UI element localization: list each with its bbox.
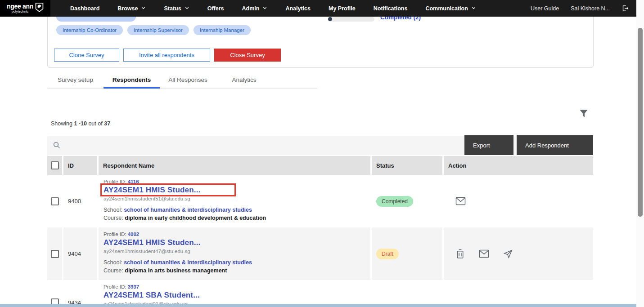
nav-item-dashboard[interactable]: Dashboard (61, 0, 108, 17)
legend-bar (328, 17, 374, 22)
table-row: 9400Profile ID: 4116AY24SEM1 HMIS Studen… (47, 175, 593, 227)
profile-id-label: Profile ID: (104, 179, 128, 184)
course-line: Course: diploma in early childhood devel… (104, 214, 365, 222)
logo-line1: ngee ann (7, 3, 33, 9)
nav-menu: DashboardBrowseStatusOffersAdminAnalytic… (61, 0, 485, 17)
profile-id-label: Profile ID: (104, 231, 128, 237)
respondent-name-link[interactable]: AY24SEM1 HMIS Studen... (104, 185, 365, 196)
header-respondent-name: Respondent Name (99, 156, 372, 175)
nav-item-communication[interactable]: Communication (416, 0, 485, 17)
chevron-down-icon (141, 5, 146, 12)
scrollbar-thumb[interactable] (638, 28, 643, 217)
tab-all-responses[interactable]: All Responses (160, 72, 216, 88)
row-checkbox-cell (47, 280, 63, 307)
invite-all-respondents-button[interactable]: Invite all respondents (123, 49, 210, 62)
profile-id-value[interactable]: 4116 (128, 179, 139, 184)
logout-icon[interactable] (621, 4, 629, 12)
profile-id-label: Profile ID: (104, 284, 128, 289)
chevron-down-icon (471, 5, 476, 12)
search-icon (53, 141, 61, 151)
nav-item-label: Dashboard (70, 5, 99, 12)
row-checkbox[interactable] (51, 197, 59, 205)
role-chip[interactable]: Internship Co-Ordinator (56, 25, 123, 35)
status-cell: Draft (372, 227, 444, 280)
nav-item-my-profile[interactable]: My Profile (320, 0, 365, 17)
top-nav: ngee ann polytechnic DashboardBrowseStat… (0, 0, 636, 17)
clone-survey-button[interactable]: Clone Survey (54, 49, 119, 62)
school-label: School: (104, 259, 124, 266)
export-button[interactable]: Export (464, 135, 513, 155)
action-cell (444, 175, 593, 227)
school-line: School: school of humanities & interdisc… (104, 258, 365, 267)
ngee-ann-logo[interactable]: ngee ann polytechnic (0, 0, 50, 17)
profile-id-line: Profile ID: 4116 (104, 178, 365, 185)
row-checkbox-cell (47, 227, 63, 280)
add-respondent-button[interactable]: Add Respondent (517, 135, 593, 155)
role-chip[interactable]: Internship Supervisor (127, 25, 189, 35)
school-line: School: school of humanities & interdisc… (104, 206, 365, 214)
school-value[interactable]: school of humanities & interdisciplinary… (124, 207, 252, 213)
tab-bar: Survey setupRespondentsAll ResponsesAnal… (47, 72, 317, 89)
header-id: ID (63, 156, 99, 175)
nav-item-label: Offers (207, 5, 224, 12)
survey-action-buttons: Clone Survey Invite all respondents Clos… (54, 49, 281, 62)
nav-item-label: My Profile (329, 5, 356, 12)
table-toolbar: Export Add Respondent (47, 135, 593, 155)
logo-line2: polytechnic (7, 10, 33, 13)
nav-right: User Guide Sai Kishore N... (531, 4, 636, 12)
nav-item-admin[interactable]: Admin (233, 0, 276, 17)
profile-id-line: Profile ID: 3937 (104, 284, 365, 290)
course-value: diploma in early childhood development &… (125, 215, 266, 221)
action-cell (444, 227, 593, 280)
nav-item-label: Status (164, 5, 181, 12)
delete-icon[interactable] (455, 249, 465, 259)
status-badge: Draft (376, 249, 399, 259)
select-all-checkbox[interactable] (51, 161, 59, 169)
role-chip-row: Internship Co-OrdinatorInternship Superv… (56, 25, 251, 35)
user-name[interactable]: Sai Kishore N... (571, 5, 610, 12)
nav-item-notifications[interactable]: Notifications (365, 0, 417, 17)
respondent-name-cell: Profile ID: 4002AY24SEM1 HMIS Studen...a… (99, 227, 372, 280)
respondent-name-link[interactable]: AY24SEM1 SBA Student... (104, 290, 365, 301)
tab-survey-setup[interactable]: Survey setup (47, 72, 104, 88)
status-cell: Completed (372, 175, 444, 227)
respondent-name-link[interactable]: AY24SEM1 HMIS Studen... (104, 237, 365, 248)
profile-id-value[interactable]: 3937 (128, 284, 140, 289)
tab-respondents[interactable]: Respondents (104, 72, 160, 88)
table-row: 9434Profile ID: 3937AY24SEM1 SBA Student… (47, 280, 593, 307)
close-survey-button[interactable]: Close Survey (214, 49, 281, 62)
status-cell (372, 280, 444, 307)
profile-id-value[interactable]: 4002 (128, 231, 140, 237)
row-id: 9400 (63, 175, 99, 227)
header-checkbox-cell (47, 156, 63, 175)
nav-item-label: Admin (242, 5, 259, 12)
respondent-name-cell: Profile ID: 3937AY24SEM1 SBA Student...a… (99, 280, 372, 307)
nav-item-offers[interactable]: Offers (198, 0, 233, 17)
mail-icon[interactable] (455, 197, 466, 205)
tab-analytics[interactable]: Analytics (216, 72, 272, 88)
user-guide-link[interactable]: User Guide (531, 5, 559, 12)
course-value: diploma in arts business management (125, 267, 227, 274)
nav-item-analytics[interactable]: Analytics (276, 0, 320, 17)
send-icon[interactable] (503, 249, 513, 259)
status-badge: Completed (376, 196, 413, 207)
filter-icon[interactable] (578, 108, 590, 120)
table-body: 9400Profile ID: 4116AY24SEM1 HMIS Studen… (47, 175, 593, 307)
shield-logo-icon (35, 2, 44, 14)
logo-text: ngee ann polytechnic (7, 3, 33, 13)
respondent-email: ay24sem1hmisstudent51@stu.edu.sg (104, 196, 365, 202)
chevron-down-icon (262, 5, 267, 12)
nav-item-browse[interactable]: Browse (108, 0, 155, 17)
mail-icon[interactable] (479, 249, 489, 258)
page-scrollbar[interactable] (636, 0, 644, 307)
row-checkbox[interactable] (51, 250, 59, 258)
nav-item-label: Communication (425, 5, 468, 12)
nav-item-label: Browse (117, 5, 138, 12)
role-chip[interactable]: Internship Manager (194, 25, 251, 35)
course-line: Course: diploma in arts business managem… (104, 267, 365, 275)
nav-item-status[interactable]: Status (155, 0, 198, 17)
course-label: Course: (104, 215, 125, 221)
window-bottom-edge (0, 304, 644, 307)
page: ngee ann polytechnic DashboardBrowseStat… (0, 0, 644, 307)
school-value[interactable]: school of humanities & interdisciplinary… (124, 259, 252, 266)
